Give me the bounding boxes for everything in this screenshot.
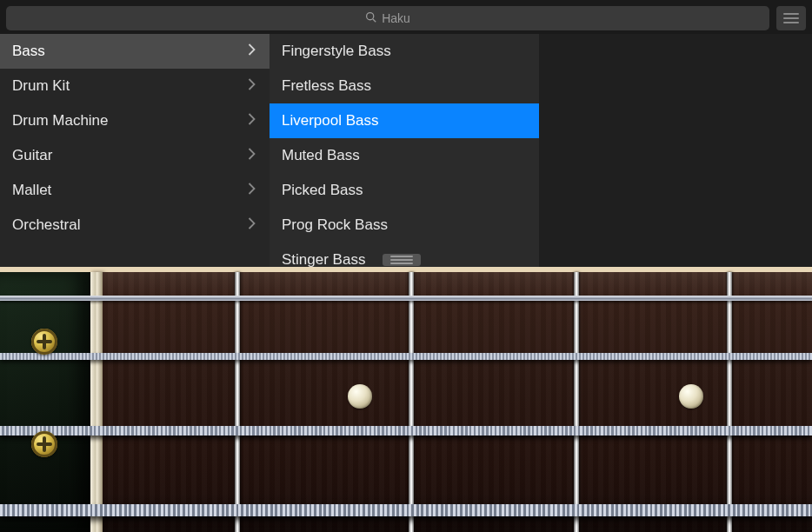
search-placeholder: Haku — [382, 11, 410, 25]
bass-fretboard[interactable] — [103, 272, 812, 532]
chevron-right-icon — [248, 43, 256, 60]
inlay-dot — [679, 384, 703, 409]
category-item[interactable]: Guitar — [0, 138, 270, 173]
sound-label: Picked Bass — [282, 182, 363, 199]
tuning-peg[interactable] — [31, 431, 57, 457]
bass-string-d[interactable] — [0, 353, 812, 360]
svg-point-0 — [367, 13, 374, 20]
sound-label: Liverpool Bass — [282, 112, 379, 130]
chevron-right-icon — [248, 216, 256, 234]
fret — [235, 272, 240, 532]
category-item[interactable]: Mallet — [0, 173, 270, 208]
chevron-right-icon — [248, 77, 256, 95]
instrument-category-list: BassDrum KitDrum MachineGuitarMalletOrch… — [0, 34, 270, 267]
search-field[interactable]: Haku — [6, 6, 769, 30]
sound-label: Muted Bass — [282, 147, 360, 164]
category-label: Drum Kit — [12, 77, 70, 95]
chevron-right-icon — [248, 182, 256, 199]
category-item[interactable]: Drum Machine — [0, 103, 270, 138]
app-root: Haku BassDrum KitDrum MachineGuitarMalle… — [0, 0, 812, 532]
bass-string-g[interactable] — [0, 296, 812, 301]
sound-label: Fingerstyle Bass — [282, 43, 391, 60]
sound-item[interactable]: Liverpool Bass — [270, 103, 539, 138]
bass-headstock — [0, 272, 90, 532]
bass-string-a[interactable] — [0, 426, 812, 436]
chevron-right-icon — [248, 112, 256, 130]
panel-resize-handle[interactable] — [383, 254, 421, 266]
bass-nut — [90, 272, 103, 532]
category-label: Bass — [12, 43, 45, 60]
category-label: Guitar — [12, 147, 52, 164]
category-item[interactable]: Orchestral — [0, 208, 270, 243]
chevron-right-icon — [248, 147, 256, 164]
sound-item[interactable]: Fingerstyle Bass — [270, 34, 539, 69]
category-label: Mallet — [12, 182, 51, 199]
fret — [409, 272, 414, 532]
category-item[interactable]: Drum Kit — [0, 69, 270, 103]
sound-item[interactable]: Muted Bass — [270, 138, 539, 173]
svg-line-1 — [373, 19, 376, 22]
category-label: Drum Machine — [12, 112, 109, 130]
category-item[interactable]: Bass — [0, 34, 270, 69]
sound-item[interactable]: Picked Bass — [270, 173, 539, 208]
inlay-dot — [348, 384, 372, 409]
instrument-sound-list: Fingerstyle BassFretless BassLiverpool B… — [270, 34, 539, 267]
fret — [727, 272, 732, 532]
fret — [574, 272, 579, 532]
sound-item[interactable]: Fretless Bass — [270, 69, 539, 103]
top-bar: Haku — [6, 6, 806, 30]
sound-item[interactable]: Prog Rock Bass — [270, 208, 539, 243]
search-icon — [365, 11, 376, 25]
sound-label: Fretless Bass — [282, 77, 371, 95]
tuning-peg[interactable] — [31, 329, 57, 355]
sound-label: Prog Rock Bass — [282, 216, 388, 234]
category-label: Orchestral — [12, 216, 80, 234]
menu-button[interactable] — [776, 6, 806, 30]
bass-string-e[interactable] — [0, 504, 812, 516]
sound-label: Stinger Bass — [282, 251, 365, 267]
